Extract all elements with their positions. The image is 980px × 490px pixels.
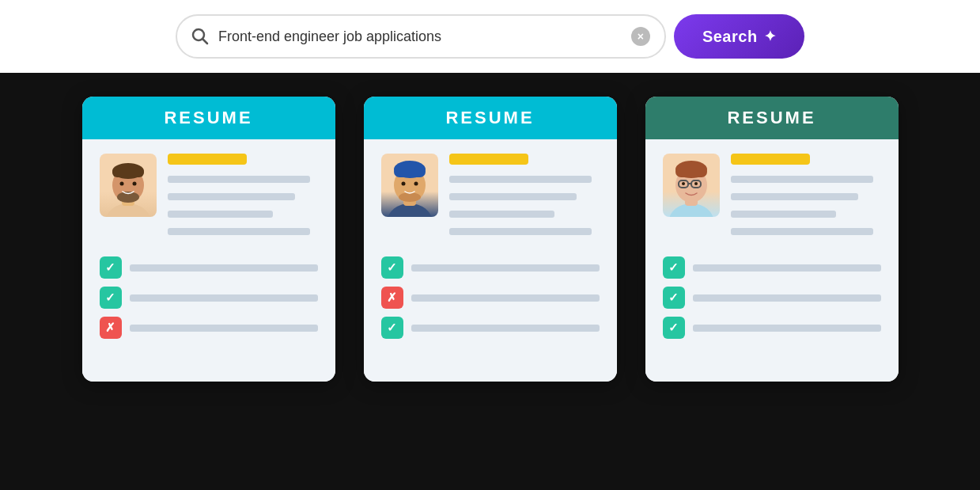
line-3c xyxy=(731,211,836,218)
card-info-3 xyxy=(731,154,881,239)
search-button-label: Search xyxy=(702,28,758,46)
svg-point-15 xyxy=(401,182,405,186)
check-yes: ✓ xyxy=(663,256,685,279)
svg-point-16 xyxy=(414,182,418,186)
svg-point-26 xyxy=(682,182,685,185)
close-icon: × xyxy=(638,30,644,43)
check-yes: ✓ xyxy=(100,287,122,309)
line-3b xyxy=(731,193,859,200)
search-input[interactable] xyxy=(218,28,631,45)
card-header-1: RESUME xyxy=(82,97,335,139)
card-info-2 xyxy=(449,154,600,239)
checklist-item-3-3: ✓ xyxy=(663,317,881,339)
line-2d xyxy=(449,228,592,235)
yellow-bar-1 xyxy=(168,154,247,165)
line-2c xyxy=(449,211,554,218)
search-box: × xyxy=(176,14,666,59)
cards-area: RESUME xyxy=(0,73,980,490)
svg-point-27 xyxy=(694,182,698,185)
checklist-item-1-2: ✓ xyxy=(100,287,318,309)
check-line xyxy=(693,294,881,302)
check-line xyxy=(130,264,318,272)
card-top-row-2 xyxy=(381,154,600,239)
line-1a xyxy=(168,176,311,183)
check-line xyxy=(411,325,600,332)
checklist-item-1-1: ✓ xyxy=(100,256,318,279)
checklist-item-2-1: ✓ xyxy=(381,256,600,279)
line-1d xyxy=(168,228,311,235)
check-yes: ✓ xyxy=(100,256,122,279)
checklist-item-1-3: ✗ xyxy=(100,317,318,339)
card-top-row-3 xyxy=(663,154,881,239)
resume-card-2: RESUME xyxy=(364,97,617,382)
line-1c xyxy=(168,211,273,218)
avatar-2 xyxy=(381,154,438,217)
check-no: ✗ xyxy=(381,287,403,309)
card-header-3: RESUME xyxy=(645,97,899,139)
svg-point-8 xyxy=(132,182,136,186)
check-yes: ✓ xyxy=(381,256,403,279)
svg-line-1 xyxy=(202,40,207,44)
check-line xyxy=(411,264,600,272)
svg-rect-14 xyxy=(394,166,426,177)
check-line xyxy=(130,294,318,302)
checklist-item-2-2: ✗ xyxy=(381,287,600,309)
avatar-3 xyxy=(663,154,720,217)
checklist-1: ✓ ✓ ✗ xyxy=(100,256,318,339)
check-line xyxy=(693,264,881,272)
checklist-3: ✓ ✓ ✓ xyxy=(663,256,881,339)
search-icon xyxy=(191,28,209,45)
check-yes: ✓ xyxy=(381,317,403,339)
card-header-2: RESUME xyxy=(364,97,617,139)
check-line xyxy=(130,325,318,332)
check-yes: ✓ xyxy=(663,287,685,309)
card-top-row-1 xyxy=(100,154,318,239)
search-button[interactable]: Search ✦ xyxy=(674,14,804,59)
check-yes: ✓ xyxy=(663,317,685,339)
line-3d xyxy=(731,228,874,235)
checklist-item-3-1: ✓ xyxy=(663,256,881,279)
card-body-1: ✓ ✓ ✗ xyxy=(82,139,335,382)
top-bar: × Search ✦ xyxy=(0,0,980,73)
svg-point-17 xyxy=(399,192,421,202)
svg-point-7 xyxy=(119,182,123,186)
check-line xyxy=(693,325,881,332)
clear-button[interactable]: × xyxy=(631,27,650,46)
resume-card-3: RESUME xyxy=(645,97,899,382)
resume-card-1: RESUME xyxy=(82,97,335,382)
card-info-1 xyxy=(168,154,318,239)
checklist-2: ✓ ✗ ✓ xyxy=(381,256,600,339)
check-line xyxy=(411,294,600,302)
card-body-2: ✓ ✗ ✓ xyxy=(364,139,617,382)
check-no: ✗ xyxy=(100,317,122,339)
checklist-item-3-2: ✓ xyxy=(663,287,881,309)
line-2b xyxy=(449,193,577,200)
line-3a xyxy=(731,176,874,183)
svg-rect-6 xyxy=(112,168,144,177)
svg-rect-22 xyxy=(675,166,707,177)
yellow-bar-3 xyxy=(731,154,810,165)
line-1b xyxy=(168,193,296,200)
avatar-1 xyxy=(100,154,157,217)
line-2a xyxy=(449,176,592,183)
yellow-bar-2 xyxy=(449,154,528,165)
card-body-3: ✓ ✓ ✓ xyxy=(645,139,899,382)
sparkle-icon: ✦ xyxy=(764,28,777,45)
checklist-item-2-3: ✓ xyxy=(381,317,600,339)
